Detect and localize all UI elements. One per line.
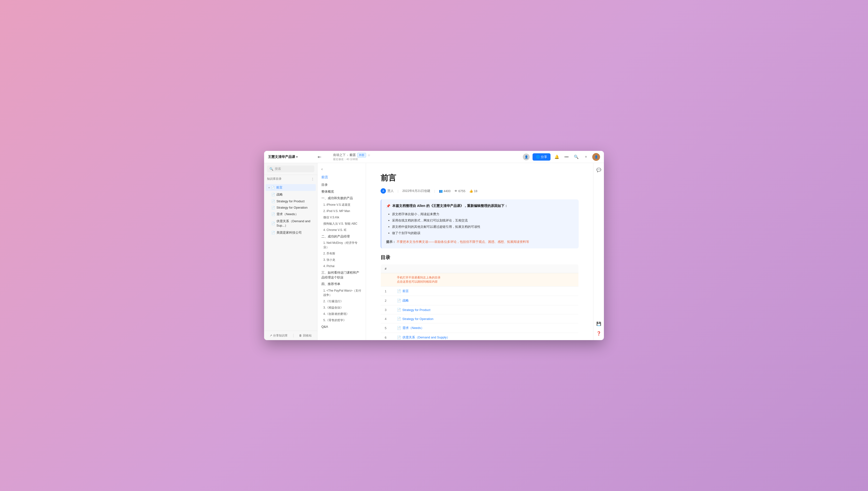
doc-icon-5: 📄 — [397, 326, 401, 330]
share-kb-icon: ↗ — [270, 334, 272, 337]
toc-item-book4[interactable]: 4.《创新者的窘境》 — [317, 311, 366, 317]
callout-tip-label: 提示： — [386, 240, 396, 243]
sidebar-item-demand-supply[interactable]: 📄 供需关系（Demand and Sup...） — [265, 218, 316, 229]
search-box[interactable]: 🔍 搜索 — [267, 166, 314, 172]
toc-row-label-1[interactable]: 📄 前言 — [393, 287, 579, 296]
notification-bell-icon[interactable]: 🔔 — [554, 153, 560, 161]
sidebar-section-title: 知识库目录 — [267, 177, 282, 181]
toc-item-section4[interactable]: 四、推荐书单 — [317, 281, 366, 287]
right-panel: 💬 💾 ❓ — [593, 163, 604, 340]
main-content: 前言 A 慧人 | 2022年6月21日创建 | 👥4400 👁6755 👍18 — [366, 163, 593, 340]
user-avatar-small[interactable]: 👤 — [523, 153, 530, 161]
share-knowledge-base-btn[interactable]: ↗ 分享知识库 — [270, 334, 288, 338]
toc-item-book3[interactable]: 3.《精益创业》 — [317, 305, 366, 311]
toc-row-num-2: 2 — [381, 296, 393, 306]
toc-item-mulu[interactable]: 目录 — [317, 181, 366, 188]
sidebar-item-label-sp: Strategy for Product — [277, 199, 305, 203]
toc-item-wechat[interactable]: 微信 V.S.Kik — [317, 214, 366, 221]
breadcrumb-star[interactable]: ☆ — [367, 153, 370, 157]
toc-item-section2[interactable]: 二、成功的产品经理 — [317, 233, 366, 240]
toc-row-label-2[interactable]: 📄 战略 — [393, 296, 579, 306]
meta-author: A 慧人 — [381, 188, 394, 194]
sidebar-item-qianyan[interactable]: ▾ 📄 前言 — [265, 184, 316, 191]
save-btn[interactable]: 💾 — [595, 320, 603, 327]
sidebar-item-meituan[interactable]: 📄 美团是家科技公司 — [265, 229, 316, 236]
toc-row-num-6: 6 — [381, 333, 393, 340]
toc-item-neil[interactable]: 1. Neil McElroy（经济学专业） — [317, 240, 366, 250]
toc-back-btn[interactable]: ‹ — [317, 166, 366, 174]
toc-item-jobs[interactable]: 2. 乔布斯 — [317, 250, 366, 257]
sidebar-header: 知识库目录 ⋮ — [264, 175, 317, 183]
breadcrumb-tag: 外部 — [357, 153, 366, 157]
callout-tip-text: 不要把本文当作爽文读——鼓励各位多评论，包括但不限于观点、困惑、感想、拓展阅读资… — [397, 240, 529, 243]
sidebar-item-needs[interactable]: 📄 需求（Needs） — [265, 211, 316, 218]
sidebar-item-zhanlue[interactable]: 📄 战略 — [265, 191, 316, 198]
table-row: 2 📄 战略 — [381, 296, 579, 306]
doc-icon-2: 📄 — [397, 299, 401, 302]
comment-panel-btn[interactable]: 💬 — [595, 166, 603, 174]
toc-hint-line2[interactable]: 点击这里也可以跳转到相应内容 — [397, 280, 575, 284]
meta-date: 2022年6月21日创建 — [402, 189, 430, 193]
toc-item-section1[interactable]: 一、成功和失败的产品 — [317, 195, 366, 202]
toc-content-table: # 手机打开不容易看到左上角的目录 点击这里也可以跳转到相应内容 — [381, 264, 579, 340]
toc-item-book2[interactable]: 2.《引爆流行》 — [317, 298, 366, 305]
sidebar-item-label-needs: 需求（Needs） — [277, 212, 298, 216]
sidebar-item-icon-sp: 📄 — [271, 200, 275, 203]
table-row: 4 📄 Strategy for Operation — [381, 314, 579, 323]
callout-box: 📌 本篇文档整理自 Allen 的《王慧文清华产品课》，重新编辑整理的原因如下：… — [381, 199, 579, 249]
toc-link-zhanlue[interactable]: 📄 战略 — [397, 298, 575, 303]
toc-link-strategy-operation[interactable]: 📄 Strategy for Operation — [397, 317, 575, 321]
user-avatar-main[interactable]: 👤 — [592, 153, 600, 161]
toc-hint-text[interactable]: 手机打开不容易看到左上角的目录 点击这里也可以跳转到相应内容 — [393, 273, 579, 287]
toc-item-book1[interactable]: 1. <The PayPal Wars>（支付战争） — [317, 287, 366, 298]
toc-link-demand-supply[interactable]: 📄 供需关系（Demand and Supply） — [397, 335, 575, 340]
sidebar-bottom: ↗ 分享知识库 | 🗑 回收站 — [264, 330, 317, 340]
add-icon[interactable]: ＋ — [583, 153, 589, 161]
sidebar-item-label-ds: 供需关系（Demand and Sup...） — [277, 219, 313, 228]
toc-link-needs[interactable]: 📄 需求（Needs） — [397, 326, 575, 330]
toc-item-chrome[interactable]: 4. Chrome V.S. IE — [317, 227, 366, 233]
toc-item-overview[interactable]: 整体概览 — [317, 188, 366, 195]
author-avatar: A — [381, 188, 386, 194]
toc-row-label-3[interactable]: 📄 Strategy for Product — [393, 306, 579, 314]
callout-item-1: 原文档字体比较小，阅读起来费力 — [392, 211, 574, 218]
toc-item-iphone[interactable]: 1. iPhone V.S.诺基亚 — [317, 202, 366, 208]
sidebar-item-icon-zhanlue: 📄 — [271, 193, 275, 196]
toc-page-title-link[interactable]: 前言 — [317, 174, 366, 181]
toc-row-label-4[interactable]: 📄 Strategy for Operation — [393, 314, 579, 323]
toc-link-qianyan[interactable]: 📄 前言 — [397, 289, 575, 293]
toc-link-strategy-product[interactable]: 📄 Strategy for Product — [397, 308, 575, 312]
sidebar-item-label-qianyan: 前言 — [276, 185, 283, 190]
share-button[interactable]: 🌐 分享 — [533, 153, 551, 161]
toc-row-label-5[interactable]: 📄 需求（Needs） — [393, 323, 579, 333]
toc-item-ipod[interactable]: 2. iPod V.S. MP Man — [317, 208, 366, 214]
breadcrumb-current[interactable]: 前言 — [349, 153, 356, 157]
sidebar-item-icon-so: 📄 — [271, 206, 275, 209]
workspace-dropdown-arrow[interactable]: ▾ — [296, 155, 298, 158]
sidebar-item-strategy-product[interactable]: 📄 Strategy for Product — [265, 198, 316, 204]
sidebar-item-strategy-operation[interactable]: 📄 Strategy for Operation — [265, 204, 316, 210]
toc-item-qa[interactable]: Q&A — [317, 323, 366, 330]
search-icon[interactable]: 🔍 — [573, 153, 580, 161]
search-input[interactable]: 搜索 — [275, 167, 281, 171]
meta-likes: 👍18 — [469, 189, 477, 193]
help-btn[interactable]: ❓ — [595, 329, 603, 337]
toc-section-heading: 目录 — [381, 254, 579, 261]
page-title: 前言 — [381, 173, 579, 183]
workspace-name[interactable]: 王慧文清华产品课 ▾ — [268, 155, 298, 159]
toc-item-sougou[interactable]: 搜狗输入法 V.S. 智能 ABC — [317, 221, 366, 227]
recycle-bin-btn[interactable]: 🗑 回收站 — [299, 334, 312, 338]
more-options-icon[interactable]: ••• — [563, 153, 570, 161]
toc-hint-line1[interactable]: 手机打开不容易看到左上角的目录 — [397, 276, 575, 280]
sidebar: 🔍 搜索 知识库目录 ⋮ ▾ 📄 前言 📄 战略 — [264, 163, 317, 340]
toc-table-col-num: # — [381, 264, 393, 273]
toc-item-pichai[interactable]: 4. Pichai — [317, 263, 366, 269]
toc-item-section3[interactable]: 三、如何看待这门课程和产品经理这个职业 — [317, 269, 366, 281]
sidebar-collapse-btn[interactable]: ⇤ — [318, 154, 321, 160]
sidebar-actions-icon[interactable]: ⋮ — [311, 177, 314, 181]
breadcrumb-parent[interactable]: 南墙之下 — [333, 153, 346, 157]
toc-item-zhang[interactable]: 3. 张小龙 — [317, 257, 366, 263]
meta-reads: 👥4400 — [439, 189, 450, 193]
toc-item-book5[interactable]: 5.《零售的哲学》 — [317, 317, 366, 323]
toc-row-label-6[interactable]: 📄 供需关系（Demand and Supply） — [393, 333, 579, 340]
